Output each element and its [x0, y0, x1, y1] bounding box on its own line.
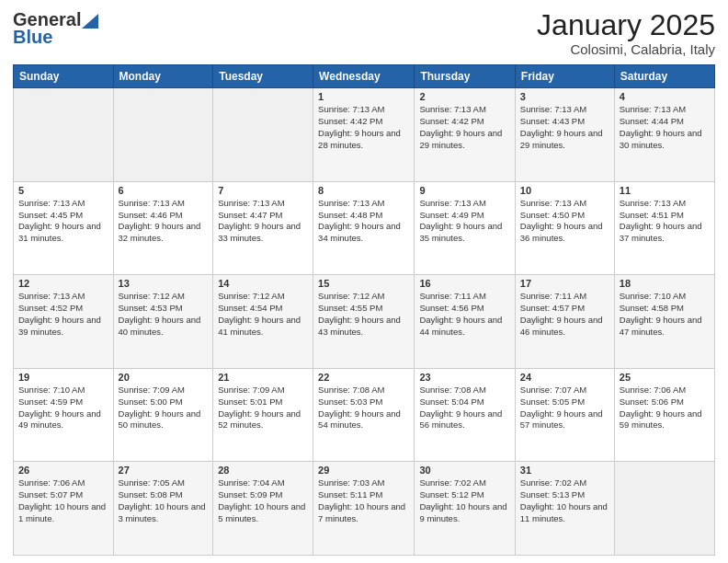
calendar-cell: 25Sunrise: 7:06 AMSunset: 5:06 PMDayligh… [614, 368, 714, 462]
day-number: 20 [119, 372, 209, 383]
calendar-cell: 15Sunrise: 7:12 AMSunset: 4:55 PMDayligh… [313, 275, 415, 369]
day-number: 6 [119, 185, 209, 196]
day-info: Sunrise: 7:06 AM [18, 477, 108, 489]
calendar-cell: 7Sunrise: 7:13 AMSunset: 4:47 PMDaylight… [213, 181, 313, 275]
logo: General Blue [13, 9, 98, 48]
calendar-cell: 28Sunrise: 7:04 AMSunset: 5:09 PMDayligh… [213, 462, 313, 556]
day-info: Sunset: 4:42 PM [419, 116, 509, 128]
day-number: 13 [119, 278, 209, 289]
calendar-cell: 26Sunrise: 7:06 AMSunset: 5:07 PMDayligh… [14, 462, 114, 556]
day-info: Sunrise: 7:02 AM [419, 477, 509, 489]
calendar-cell: 21Sunrise: 7:09 AMSunset: 5:01 PMDayligh… [213, 368, 313, 462]
day-info: Daylight: 9 hours and 30 minutes. [620, 128, 710, 152]
day-info: Daylight: 10 hours and 1 minute. [18, 501, 108, 525]
day-number: 3 [520, 91, 609, 102]
day-info: Sunset: 4:49 PM [419, 210, 509, 222]
day-info: Sunrise: 7:08 AM [318, 385, 409, 396]
weekday-header-tuesday: Tuesday [213, 65, 313, 88]
day-number: 23 [419, 372, 509, 383]
day-info: Sunset: 5:09 PM [218, 489, 308, 501]
day-info: Sunset: 5:05 PM [520, 396, 609, 408]
day-info: Daylight: 9 hours and 29 minutes. [520, 128, 609, 152]
day-info: Daylight: 9 hours and 29 minutes. [419, 128, 509, 152]
day-info: Daylight: 9 hours and 47 minutes. [620, 315, 710, 339]
month-title: January 2025 [537, 9, 715, 41]
weekday-header-wednesday: Wednesday [313, 65, 415, 88]
day-number: 8 [318, 185, 409, 196]
day-info: Daylight: 10 hours and 7 minutes. [318, 501, 409, 525]
weekday-header-monday: Monday [113, 65, 213, 88]
day-number: 9 [419, 185, 509, 196]
calendar-cell: 10Sunrise: 7:13 AMSunset: 4:50 PMDayligh… [515, 181, 614, 275]
day-number: 29 [318, 465, 409, 476]
calendar-cell: 1Sunrise: 7:13 AMSunset: 4:42 PMDaylight… [313, 88, 415, 182]
day-number: 4 [620, 91, 710, 102]
day-info: Sunset: 5:11 PM [318, 489, 409, 501]
day-number: 30 [419, 465, 509, 476]
day-info: Sunrise: 7:11 AM [520, 291, 609, 303]
day-info: Sunset: 5:03 PM [318, 396, 409, 408]
calendar-cell: 9Sunrise: 7:13 AMSunset: 4:49 PMDaylight… [415, 181, 515, 275]
day-number: 19 [18, 372, 108, 383]
day-info: Daylight: 9 hours and 46 minutes. [520, 315, 609, 339]
calendar-cell: 3Sunrise: 7:13 AMSunset: 4:43 PMDaylight… [515, 88, 614, 182]
day-info: Sunrise: 7:10 AM [620, 291, 710, 303]
calendar-cell: 16Sunrise: 7:11 AMSunset: 4:56 PMDayligh… [415, 275, 515, 369]
calendar-cell [614, 462, 714, 556]
day-info: Daylight: 9 hours and 59 minutes. [620, 408, 710, 432]
day-info: Sunrise: 7:13 AM [318, 198, 409, 210]
day-info: Sunset: 5:08 PM [119, 489, 209, 501]
header: General Blue January 2025 Colosimi, Cala… [13, 9, 715, 57]
day-info: Sunrise: 7:13 AM [119, 198, 209, 210]
day-info: Sunset: 5:04 PM [419, 396, 509, 408]
day-info: Daylight: 9 hours and 44 minutes. [419, 315, 509, 339]
calendar-cell: 27Sunrise: 7:05 AMSunset: 5:08 PMDayligh… [113, 462, 213, 556]
day-info: Sunset: 4:56 PM [419, 303, 509, 315]
day-info: Daylight: 9 hours and 57 minutes. [520, 408, 609, 432]
day-info: Sunset: 4:47 PM [218, 210, 308, 222]
day-info: Daylight: 9 hours and 33 minutes. [218, 221, 308, 245]
day-info: Sunrise: 7:12 AM [218, 291, 308, 303]
day-info: Sunset: 4:45 PM [18, 210, 108, 222]
calendar-cell: 20Sunrise: 7:09 AMSunset: 5:00 PMDayligh… [113, 368, 213, 462]
day-info: Sunset: 5:06 PM [620, 396, 710, 408]
day-info: Sunset: 4:53 PM [119, 303, 209, 315]
day-info: Daylight: 10 hours and 9 minutes. [419, 501, 509, 525]
calendar-cell: 2Sunrise: 7:13 AMSunset: 4:42 PMDaylight… [415, 88, 515, 182]
day-info: Sunset: 5:00 PM [119, 396, 209, 408]
day-info: Sunrise: 7:06 AM [620, 385, 710, 396]
day-info: Sunset: 5:01 PM [218, 396, 308, 408]
svg-marker-0 [82, 14, 98, 29]
day-info: Sunrise: 7:08 AM [419, 385, 509, 396]
day-info: Sunset: 4:43 PM [520, 116, 609, 128]
calendar-cell: 18Sunrise: 7:10 AMSunset: 4:58 PMDayligh… [614, 275, 714, 369]
calendar-cell: 17Sunrise: 7:11 AMSunset: 4:57 PMDayligh… [515, 275, 614, 369]
day-info: Daylight: 9 hours and 28 minutes. [318, 128, 409, 152]
calendar-cell: 4Sunrise: 7:13 AMSunset: 4:44 PMDaylight… [614, 88, 714, 182]
day-number: 1 [318, 91, 409, 102]
calendar-cell: 31Sunrise: 7:02 AMSunset: 5:13 PMDayligh… [515, 462, 614, 556]
day-number: 24 [520, 372, 609, 383]
day-info: Daylight: 10 hours and 11 minutes. [520, 501, 609, 525]
calendar-cell: 11Sunrise: 7:13 AMSunset: 4:51 PMDayligh… [614, 181, 714, 275]
day-info: Sunset: 4:48 PM [318, 210, 409, 222]
weekday-header-saturday: Saturday [614, 65, 714, 88]
title-block: January 2025 Colosimi, Calabria, Italy [537, 9, 715, 57]
day-number: 26 [18, 465, 108, 476]
day-info: Daylight: 9 hours and 34 minutes. [318, 221, 409, 245]
day-info: Sunrise: 7:13 AM [419, 198, 509, 210]
day-info: Daylight: 9 hours and 54 minutes. [318, 408, 409, 432]
weekday-header-friday: Friday [515, 65, 614, 88]
day-info: Sunset: 4:54 PM [218, 303, 308, 315]
day-info: Sunset: 4:50 PM [520, 210, 609, 222]
calendar-cell: 13Sunrise: 7:12 AMSunset: 4:53 PMDayligh… [113, 275, 213, 369]
day-info: Sunrise: 7:13 AM [419, 104, 509, 116]
day-info: Daylight: 9 hours and 52 minutes. [218, 408, 308, 432]
calendar-cell [14, 88, 114, 182]
day-number: 21 [218, 372, 308, 383]
day-number: 31 [520, 465, 609, 476]
calendar-cell: 14Sunrise: 7:12 AMSunset: 4:54 PMDayligh… [213, 275, 313, 369]
day-info: Daylight: 9 hours and 40 minutes. [119, 315, 209, 339]
day-info: Daylight: 10 hours and 5 minutes. [218, 501, 308, 525]
day-info: Daylight: 9 hours and 36 minutes. [520, 221, 609, 245]
